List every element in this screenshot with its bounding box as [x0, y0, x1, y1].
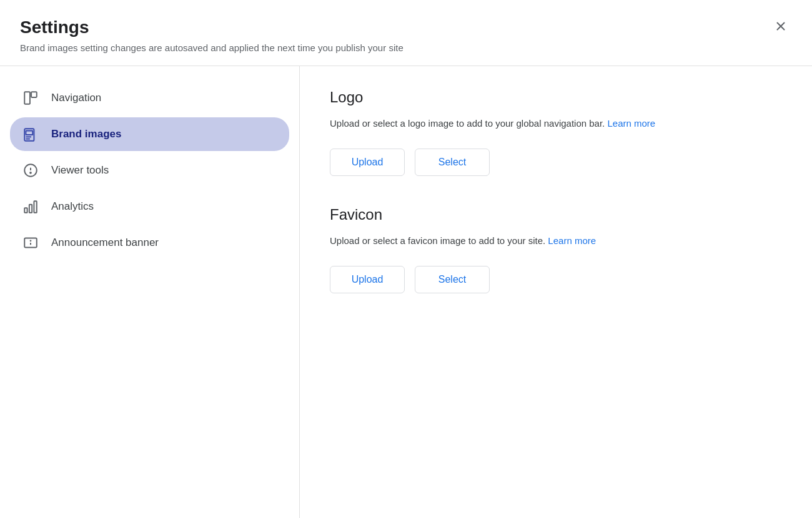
svg-point-10	[30, 172, 31, 173]
favicon-button-group: Upload Select	[330, 266, 782, 293]
svg-rect-5	[26, 131, 32, 135]
brand-images-icon	[22, 126, 39, 142]
svg-rect-12	[29, 205, 32, 213]
announcement-banner-icon	[22, 235, 39, 251]
logo-section: Logo Upload or select a logo image to ad…	[330, 89, 782, 176]
settings-subtitle: Brand images setting changes are autosav…	[20, 42, 792, 53]
navigation-icon	[22, 90, 39, 106]
main-content: Logo Upload or select a logo image to ad…	[300, 66, 812, 518]
favicon-description-text: Upload or select a favicon image to add …	[330, 235, 548, 246]
logo-upload-button[interactable]: Upload	[330, 149, 405, 176]
sidebar-item-viewer-tools[interactable]: Viewer tools	[10, 154, 289, 187]
logo-learn-more-link[interactable]: Learn more	[607, 118, 655, 129]
sidebar-item-analytics[interactable]: Analytics	[10, 190, 289, 223]
favicon-learn-more-link[interactable]: Learn more	[548, 235, 596, 246]
logo-section-description: Upload or select a logo image to add to …	[330, 116, 767, 131]
svg-rect-2	[24, 92, 30, 104]
sidebar-item-label-viewer-tools: Viewer tools	[51, 164, 109, 177]
sidebar-item-announcement-banner[interactable]: Announcement banner	[10, 226, 289, 260]
sidebar-item-label-brand-images: Brand images	[51, 128, 121, 140]
favicon-section-title: Favicon	[330, 206, 782, 223]
favicon-section-description: Upload or select a favicon image to add …	[330, 233, 767, 248]
analytics-icon	[22, 198, 39, 215]
logo-section-title: Logo	[330, 89, 782, 106]
favicon-select-button[interactable]: Select	[415, 266, 490, 293]
logo-select-button[interactable]: Select	[415, 149, 490, 176]
close-button[interactable]	[770, 15, 792, 37]
sidebar-item-label-analytics: Analytics	[51, 200, 94, 213]
sidebar-item-label-navigation: Navigation	[51, 92, 101, 104]
sidebar: Navigation Brand images	[0, 66, 300, 518]
favicon-upload-button[interactable]: Upload	[330, 266, 405, 293]
settings-header: Settings Brand images setting changes ar…	[0, 0, 812, 66]
sidebar-item-label-announcement-banner: Announcement banner	[51, 237, 159, 249]
svg-rect-3	[31, 92, 37, 97]
close-icon	[774, 19, 788, 33]
settings-container: Settings Brand images setting changes ar…	[0, 0, 812, 518]
sidebar-item-navigation[interactable]: Navigation	[10, 81, 289, 115]
svg-rect-13	[34, 201, 36, 212]
logo-description-text: Upload or select a logo image to add to …	[330, 118, 607, 129]
logo-button-group: Upload Select	[330, 149, 782, 176]
viewer-tools-icon	[22, 162, 39, 178]
favicon-section: Favicon Upload or select a favicon image…	[330, 206, 782, 293]
settings-title: Settings	[20, 17, 792, 37]
content-area: Navigation Brand images	[0, 66, 812, 518]
sidebar-item-brand-images[interactable]: Brand images	[10, 117, 289, 151]
svg-rect-11	[24, 208, 27, 213]
